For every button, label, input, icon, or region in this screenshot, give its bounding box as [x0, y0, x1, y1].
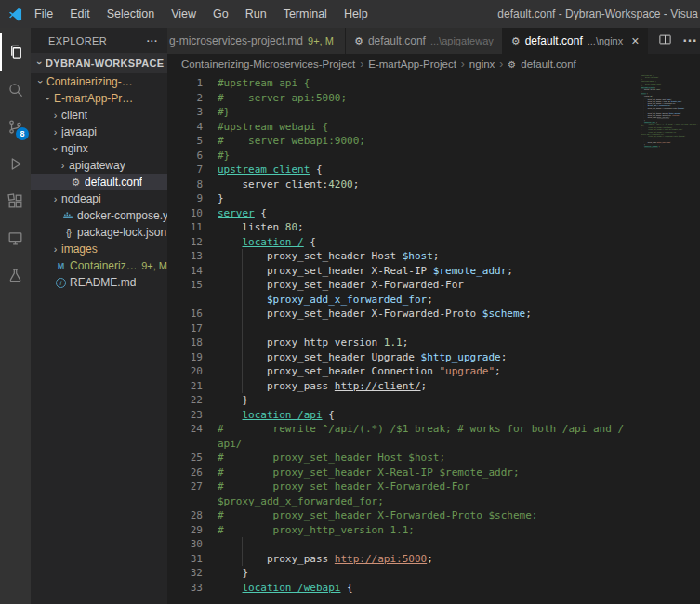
workspace-header[interactable]: › DYBRAN-WORKSPACE	[31, 53, 167, 73]
vscode-logo-icon[interactable]	[8, 7, 22, 21]
code-line[interactable]: 9}	[167, 191, 700, 206]
minimap[interactable]: #upstream api {# server api:5000;#}#upst…	[639, 74, 700, 604]
tree-item[interactable]: {}package-lock.json	[31, 224, 167, 241]
code-line[interactable]: 18 proxy_http_version 1.1;	[167, 335, 700, 350]
code-line[interactable]: api/	[167, 437, 700, 452]
indent-guide	[218, 379, 218, 394]
line-number: 5	[167, 134, 203, 149]
code-line[interactable]: $proxy_add_x_forwarded_for;	[167, 293, 700, 308]
menu-go[interactable]: Go	[205, 0, 237, 28]
files-icon	[7, 44, 25, 61]
vscode-window: FileEditSelectionViewGoRunTerminalHelp d…	[0, 0, 700, 604]
tree-item[interactable]: iREADME.md	[31, 274, 167, 291]
indent-guide	[218, 537, 218, 552]
tree-item[interactable]: ›images	[31, 241, 167, 257]
indent-guide	[218, 393, 218, 408]
activity-source-control[interactable]: 8	[0, 108, 31, 145]
activity-remote-explorer[interactable]	[0, 219, 31, 256]
tab-markdown-file[interactable]: g-microservices-project.md 9+, M	[167, 28, 346, 54]
activity-run-debug[interactable]	[0, 145, 31, 182]
indent-guide	[218, 278, 218, 293]
activity-explorer[interactable]	[0, 33, 31, 71]
indent-guide	[218, 235, 218, 250]
menu-help[interactable]: Help	[336, 0, 376, 28]
tree-item[interactable]: ›apigateway	[31, 157, 167, 174]
gear-icon: ⚙	[508, 59, 516, 70]
code-line[interactable]: 3#}	[167, 105, 700, 120]
code-line[interactable]: 5# server webapi:9000;	[167, 134, 700, 149]
activity-extensions[interactable]	[0, 182, 31, 219]
breadcrumb-item[interactable]: E-martApp-Project	[368, 59, 456, 70]
run-debug-icon	[7, 155, 24, 173]
code-line[interactable]: 26# proxy_set_header X-Real-IP $remote_a…	[167, 466, 700, 480]
menu-view[interactable]: View	[163, 0, 205, 28]
code-line[interactable]: 16 proxy_set_header X-Forwarded-Proto $s…	[167, 307, 700, 322]
menu-edit[interactable]: Edit	[61, 0, 99, 28]
code-line[interactable]: 1#upstream api {	[167, 76, 700, 91]
more-actions-icon[interactable]: ···	[682, 33, 697, 49]
menu-terminal[interactable]: Terminal	[275, 0, 336, 28]
code-line[interactable]: 31 proxy_pass http://api:5000;	[167, 552, 700, 567]
code-line[interactable]: 30	[167, 537, 700, 552]
tab-default-conf-apigateway[interactable]: ⚙ default.conf ...\apigateway	[346, 28, 503, 54]
code-line[interactable]: 23 location /api {	[167, 408, 700, 423]
tree-item[interactable]: ›nginx	[31, 140, 167, 157]
breadcrumb-item[interactable]: nginx	[469, 59, 495, 70]
code-line[interactable]: 25# proxy_set_header Host $host;	[167, 451, 700, 466]
code-line[interactable]: 8 server client:4200;	[167, 177, 700, 192]
code-line[interactable]: 7upstream client {	[167, 163, 700, 177]
tree-item[interactable]: ›client	[31, 107, 167, 124]
code-line[interactable]: 10server {	[167, 206, 700, 221]
code-line[interactable]: 33 location /webapi {	[167, 581, 700, 596]
tree-item[interactable]: docker-compose.y…	[31, 207, 167, 224]
code-line[interactable]: 17	[167, 322, 700, 336]
code-line[interactable]: 32 }	[167, 566, 700, 581]
explorer-sidebar: EXPLORER ··· › DYBRAN-WORKSPACE ›Contain…	[31, 28, 167, 604]
code-line[interactable]: 4#upstream webapi {	[167, 120, 700, 135]
code-line[interactable]: 2# server api:5000;	[167, 91, 700, 106]
line-number: 26	[167, 466, 203, 480]
tab-default-conf-nginx[interactable]: ⚙ default.conf ...\nginx ×	[503, 28, 649, 54]
indent-guide	[218, 552, 218, 567]
menu-selection[interactable]: Selection	[99, 0, 163, 28]
line-number: 23	[167, 408, 203, 423]
more-actions-icon[interactable]: ···	[147, 35, 158, 46]
tree-item[interactable]: ›nodeapi	[31, 190, 167, 207]
code-editor[interactable]: 1#upstream api {2# server api:5000;3#}4#…	[167, 74, 700, 604]
code-line[interactable]: 24# rewrite ^/api/(.*) /$1 break; # work…	[167, 422, 700, 437]
close-icon[interactable]: ×	[631, 34, 639, 47]
code-line[interactable]: 12 location / {	[167, 235, 700, 250]
split-editor-icon[interactable]	[658, 33, 672, 50]
code-line[interactable]: 15 proxy_set_header X-Forwarded-For	[167, 278, 700, 293]
activity-testing[interactable]	[0, 256, 31, 294]
tree-item[interactable]: ⚙default.conf	[31, 174, 167, 190]
code-line[interactable]: 22 }	[167, 393, 700, 408]
breadcrumb-item[interactable]: Containerizing-Microservices-Project	[181, 59, 355, 70]
tree-item[interactable]: ›javaapi	[31, 124, 167, 140]
tree-item[interactable]: ›E-martApp-Pr…	[31, 90, 167, 107]
code-line[interactable]: 20 proxy_set_header Connection "upgrade"…	[167, 364, 700, 379]
code-line[interactable]: 11 listen 80;	[167, 220, 700, 235]
tree-item[interactable]: MContaineriz…9+, M	[31, 257, 167, 274]
line-number: 7	[167, 163, 203, 177]
tree-item-label: default.conf	[85, 176, 142, 189]
tree-item[interactable]: ›Containerizing-…	[31, 73, 167, 90]
code-line[interactable]: 28# proxy_set_header X-Forwarded-Proto $…	[167, 508, 700, 523]
code-line[interactable]: 29# proxy_http_version 1.1;	[167, 523, 700, 538]
code-line[interactable]: 14 proxy_set_header X-Real-IP $remote_ad…	[167, 264, 700, 279]
line-number: 3	[167, 105, 203, 120]
code-line[interactable]: $proxy_add_x_forwarded_for;	[167, 494, 700, 509]
line-number: 14	[167, 264, 203, 279]
menu-file[interactable]: File	[26, 0, 61, 28]
code-line[interactable]: 13 proxy_set_header Host $host;	[167, 249, 700, 264]
activity-search[interactable]	[0, 71, 31, 108]
tab-problems-badge: 9+, M	[308, 35, 334, 46]
menu-run[interactable]: Run	[237, 0, 275, 28]
minimap-line: # rewrite ^/api/(.*) /$1 break; # works …	[639, 123, 700, 125]
code-line[interactable]: 21 proxy_pass http://client/;	[167, 379, 700, 394]
code-line[interactable]: 27# proxy_set_header X-Forwarded-For	[167, 479, 700, 494]
code-line[interactable]: 19 proxy_set_header Upgrade $http_upgrad…	[167, 350, 700, 365]
code-line[interactable]: 6#}	[167, 149, 700, 164]
breadcrumb-item[interactable]: default.conf	[521, 59, 575, 70]
indent-guide	[218, 581, 218, 596]
